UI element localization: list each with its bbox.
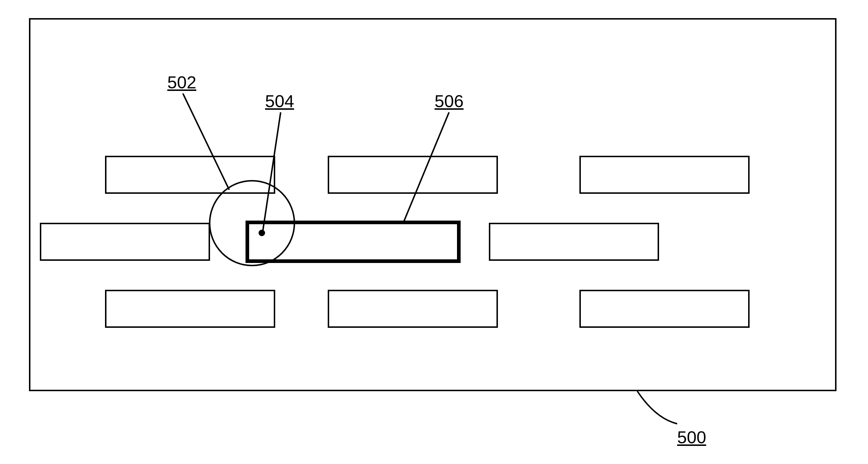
brick-row1-2 xyxy=(328,156,498,194)
label-500: 500 xyxy=(677,427,706,447)
brick-row2-1 xyxy=(40,223,210,261)
brick-row3-3 xyxy=(579,290,750,328)
dot-504 xyxy=(259,230,265,236)
label-502: 502 xyxy=(167,72,196,92)
outer-frame xyxy=(29,18,836,391)
brick-row3-2 xyxy=(328,290,498,328)
brick-row3-1 xyxy=(105,290,275,328)
circle-502 xyxy=(209,180,295,266)
label-506: 506 xyxy=(435,91,464,111)
brick-row2-3 xyxy=(489,223,659,261)
brick-row1-3 xyxy=(579,156,750,194)
label-504: 504 xyxy=(265,91,294,111)
